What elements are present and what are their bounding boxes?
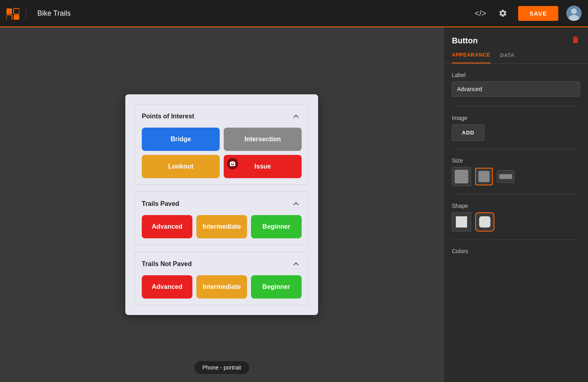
section-header-paved: Trails Paved: [142, 198, 302, 209]
size-small-inner: [499, 174, 512, 179]
bridge-button[interactable]: Bridge: [142, 128, 220, 151]
size-section: Size: [452, 157, 580, 186]
topbar-actions: </> SAVE: [473, 6, 582, 21]
svg-rect-3: [14, 15, 19, 20]
label-field-label: Label: [452, 72, 580, 78]
size-medium-option[interactable]: [475, 168, 493, 185]
colors-field-label: Colors: [452, 248, 580, 254]
divider-4: [452, 240, 580, 240]
image-field-label: Image: [452, 115, 580, 121]
divider-2: [452, 149, 580, 149]
code-icon: </>: [475, 9, 486, 18]
section-title-poi: Points of Interest: [142, 113, 194, 120]
label-input[interactable]: [452, 81, 580, 97]
not-paved-buttons-grid: Advanced Intermediate Beginner: [142, 275, 302, 299]
size-small-option[interactable]: [497, 170, 514, 183]
avatar: [566, 6, 582, 21]
logo-area: [6, 7, 26, 20]
shape-square-inner: [456, 216, 467, 228]
size-large-inner: [455, 170, 468, 183]
section-points-of-interest: Points of Interest Bridge Intersection L…: [135, 104, 308, 185]
svg-point-5: [571, 8, 577, 14]
issue-button[interactable]: Issue: [224, 155, 302, 178]
panel-header: Button: [444, 27, 588, 46]
panel-tabs: APPEARANCE DATA: [444, 46, 588, 64]
right-panel: Button APPEARANCE DATA Label Image ADD: [443, 27, 588, 382]
app-logo-icon: [6, 7, 19, 20]
poi-buttons-grid: Bridge Intersection Lookout Issue: [142, 128, 302, 178]
svg-rect-0: [6, 8, 12, 14]
section-title-not-paved: Trails Not Paved: [142, 260, 192, 268]
panel-title: Button: [452, 36, 478, 45]
colors-section: Colors: [452, 248, 580, 254]
chevron-up-icon-not-paved: [293, 261, 299, 267]
size-options: [452, 167, 580, 186]
not-paved-advanced-button[interactable]: Advanced: [142, 275, 192, 299]
gear-icon: [498, 9, 507, 18]
divider-3: [452, 194, 580, 195]
size-medium-inner: [478, 171, 490, 182]
size-field-label: Size: [452, 157, 580, 164]
shape-options: [452, 212, 580, 232]
shape-field-label: Shape: [452, 203, 580, 209]
shape-rounded-inner: [479, 216, 490, 228]
svg-rect-2: [6, 15, 12, 20]
section-header-not-paved: Trails Not Paved: [142, 258, 302, 270]
phone-frame: Points of Interest Bridge Intersection L…: [125, 94, 318, 315]
collapse-paved-button[interactable]: [290, 198, 302, 209]
code-button[interactable]: </>: [473, 6, 488, 20]
tab-data[interactable]: DATA: [500, 52, 514, 63]
main-layout: Points of Interest Bridge Intersection L…: [0, 27, 588, 382]
section-trails-paved: Trails Paved Advanced Intermediate Begin…: [135, 191, 308, 245]
size-large-option[interactable]: [452, 167, 471, 186]
paved-advanced-button[interactable]: Advanced: [142, 215, 192, 238]
section-trails-not-paved: Trails Not Paved Advanced Intermediate B…: [135, 252, 308, 305]
paved-beginner-button[interactable]: Beginner: [251, 215, 302, 238]
lookout-button[interactable]: Lookout: [142, 155, 220, 178]
camera-overlay-icon: [227, 158, 238, 169]
shape-section: Shape: [452, 203, 580, 232]
not-paved-intermediate-button[interactable]: Intermediate: [196, 275, 247, 299]
canvas-area: Points of Interest Bridge Intersection L…: [0, 27, 443, 382]
camera-icon: [229, 161, 236, 167]
save-button[interactable]: SAVE: [518, 6, 558, 21]
settings-button[interactable]: [496, 6, 510, 20]
canvas-footer-label: Phone - portrait: [194, 361, 249, 374]
chevron-up-icon: [293, 113, 299, 120]
collapse-poi-button[interactable]: [290, 111, 302, 122]
trash-icon: [571, 35, 580, 44]
shape-rounded-option[interactable]: [475, 212, 494, 232]
shape-square-option[interactable]: [452, 212, 471, 232]
svg-rect-1: [14, 8, 19, 14]
tab-appearance[interactable]: APPEARANCE: [452, 52, 490, 63]
app-title: Bike Trails: [31, 9, 71, 18]
intersection-button[interactable]: Intersection: [224, 128, 302, 151]
paved-buttons-grid: Advanced Intermediate Beginner: [142, 215, 302, 238]
collapse-not-paved-button[interactable]: [290, 258, 302, 270]
paved-intermediate-button[interactable]: Intermediate: [196, 215, 247, 238]
delete-button[interactable]: [571, 35, 580, 46]
not-paved-beginner-button[interactable]: Beginner: [251, 275, 302, 299]
section-header-poi: Points of Interest: [142, 111, 302, 122]
topbar: Bike Trails </> SAVE: [0, 0, 588, 27]
panel-content: Label Image ADD Size: [444, 64, 588, 266]
chevron-up-icon-paved: [293, 201, 299, 207]
section-title-paved: Trails Paved: [142, 200, 179, 207]
add-image-button[interactable]: ADD: [452, 124, 484, 141]
image-section: Image ADD: [452, 115, 580, 141]
divider-1: [452, 106, 580, 107]
